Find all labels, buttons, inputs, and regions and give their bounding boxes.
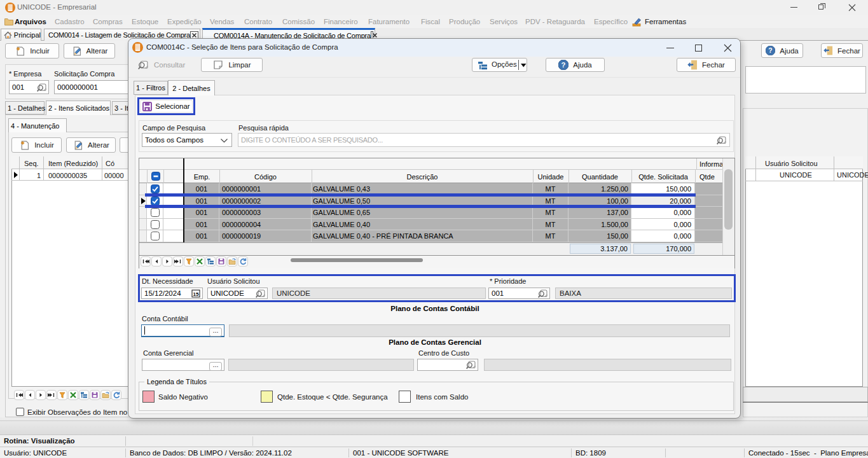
svg-text:15: 15	[193, 291, 199, 297]
svg-text:?: ?	[769, 46, 773, 54]
svg-text:?: ?	[561, 61, 566, 69]
